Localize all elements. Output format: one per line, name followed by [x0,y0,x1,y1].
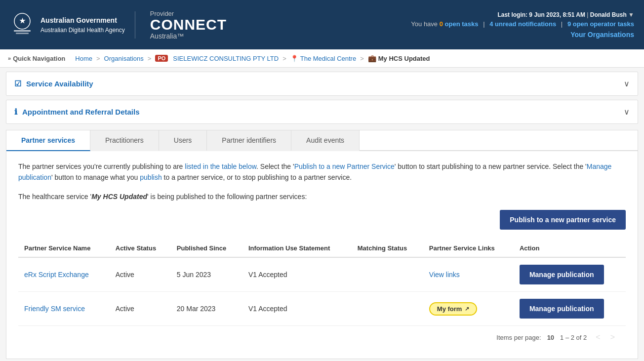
tab-content: The partner services you're currently pu… [6,151,638,359]
partner-services-table: Partner Service Name Active Status Publi… [18,240,626,326]
external-link-icon: ↗ [465,306,469,312]
breadcrumb-location: 📍 The Medical Centre [290,55,356,62]
manage-publication-button-1[interactable]: Manage publication [520,265,604,284]
items-per-page-label: Items per page: [496,334,541,341]
appointment-referral-header[interactable]: ℹ Appointment and Referral Details ∨ [6,100,638,123]
col-active-status: Active Status [110,240,171,257]
erx-script-link[interactable]: eRx Script Exchange [24,271,89,279]
org-badge: PO [155,55,168,62]
cell-matching-status [352,292,423,326]
appointment-referral-title: ℹ Appointment and Referral Details [14,107,140,117]
prev-page-button[interactable]: < [593,332,603,343]
cell-partner-links: My form ↗ [423,292,514,326]
breadcrumb-current: 💼 My HCS Updated [368,54,430,62]
tab-partner-identifiers[interactable]: Partner identifiers [207,130,291,151]
description-paragraph-2: The healthcare service 'My HCS Updated' … [18,191,626,202]
cell-published-since: 20 Mar 2023 [171,292,242,326]
pagination-bar: Items per page: 10 1 – 2 of 2 < > [18,326,626,349]
cell-matching-status [352,257,423,292]
gov-text: Australian Government Australian Digital… [40,15,125,35]
provider-connect-logo: Provider CONNECT Australia™ [145,10,227,40]
tab-audit-events[interactable]: Audit events [291,130,360,151]
your-organisations-link[interactable]: Your Organisations [411,31,634,39]
breadcrumb: » Quick Navigation Home > Organisations … [0,49,644,68]
chevron-down-icon: ∨ [624,79,630,88]
service-availability-title: ☑ Service Availability [14,79,93,88]
tab-partner-services[interactable]: Partner services [6,130,90,151]
double-chevron-icon: » [8,55,11,61]
publish-new-partner-button[interactable]: Publish to a new partner service [500,210,626,230]
next-page-button[interactable]: > [607,332,618,343]
header-right: Last login: 9 Jun 2023, 8:51 AM | Donald… [411,11,634,39]
col-matching-status: Matching Status [352,240,423,257]
info-icon: ℹ [14,107,17,117]
cell-info-use: V1 Accepted [242,257,352,292]
tabs-header: Partner services Practitioners Users Par… [6,130,638,151]
breadcrumb-home[interactable]: Home [75,55,92,62]
tasks-info: You have 0 open tasks | 4 unread notific… [411,20,634,28]
svg-rect-3 [16,33,29,34]
briefcase-icon: 💼 [368,54,376,62]
items-per-page-value[interactable]: 10 [547,334,554,341]
breadcrumb-location-name[interactable]: The Medical Centre [300,55,356,62]
breadcrumb-org-name[interactable]: SIELEWICZ CONSULTING PTY LTD [173,55,279,62]
description-paragraph-1: The partner services you're currently pu… [18,161,626,183]
col-published-since: Published Since [171,240,242,257]
col-info-use: Information Use Statement [242,240,352,257]
pagination-range: 1 – 2 of 2 [560,334,587,341]
svg-text:★: ★ [19,17,26,25]
service-availability-header[interactable]: ☑ Service Availability ∨ [6,72,638,95]
tab-practitioners[interactable]: Practitioners [90,130,159,151]
chevron-down-icon: ∨ [624,107,630,117]
table-row: eRx Script Exchange Active 5 Jun 2023 V1… [18,257,626,292]
checkbox-icon: ☑ [14,79,21,88]
tabs-container: Partner services Practitioners Users Par… [6,130,638,359]
table-row: Friendly SM service Active 20 Mar 2023 V… [18,292,626,326]
cell-action: Manage publication [514,292,626,326]
table-header-row: Partner Service Name Active Status Publi… [18,240,626,257]
gov-crest-icon: ★ [10,11,35,39]
svg-rect-2 [14,30,31,32]
tab-users[interactable]: Users [159,130,207,151]
cell-partner-name: Friendly SM service [18,292,110,326]
my-form-badge[interactable]: My form ↗ [429,302,478,316]
breadcrumb-organisations[interactable]: Organisations [104,55,144,62]
col-action: Action [514,240,626,257]
app-header: ★ Australian Government Australian Digit… [0,0,644,49]
manage-publication-button-2[interactable]: Manage publication [520,299,604,319]
cell-action: Manage publication [514,257,626,292]
view-links-link[interactable]: View links [429,271,460,279]
pagination-nav: < > [593,332,618,343]
cell-partner-links: View links [423,257,514,292]
header-logo: ★ Australian Government Australian Digit… [10,11,135,39]
service-availability-section: ☑ Service Availability ∨ [6,72,638,96]
cell-active-status: Active [110,257,171,292]
col-partner-name: Partner Service Name [18,240,110,257]
login-info: Last login: 9 Jun 2023, 8:51 AM | Donald… [411,11,634,18]
cell-info-use: V1 Accepted [242,292,352,326]
cell-published-since: 5 Jun 2023 [171,257,242,292]
quick-nav-button[interactable]: » Quick Navigation [8,55,65,62]
location-pin-icon: 📍 [290,55,298,62]
cell-partner-name: eRx Script Exchange [18,257,110,292]
col-partner-links: Partner Service Links [423,240,514,257]
friendly-sm-link[interactable]: Friendly SM service [24,305,85,313]
cell-active-status: Active [110,292,171,326]
action-bar: Publish to a new partner service [18,210,626,230]
appointment-referral-section: ℹ Appointment and Referral Details ∨ [6,100,638,124]
